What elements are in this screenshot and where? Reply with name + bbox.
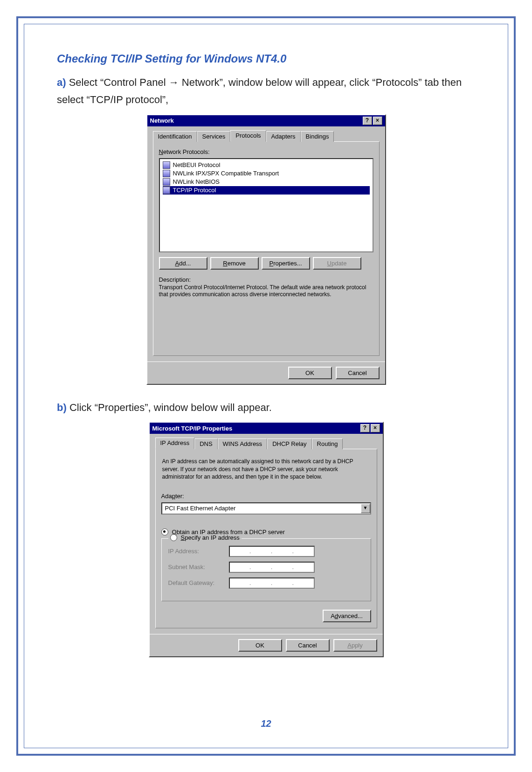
adapter-combo[interactable]: PCI Fast Ethernet Adapter ▼ [161, 502, 371, 515]
radio-dhcp[interactable] [161, 529, 168, 536]
subnet-mask-field: ... [229, 562, 315, 573]
protocol-icon [163, 187, 170, 194]
tab-dhcprelay[interactable]: DHCP Relay [267, 438, 311, 449]
protocols-listbox[interactable]: NetBEUI Protocol NWLink IPX/SPX Compatib… [159, 158, 373, 252]
tab-services[interactable]: Services [197, 131, 231, 142]
step-b-marker: b) [57, 402, 67, 413]
page-inner-border: Checking TCI/IP Setting for Windows NT4.… [24, 24, 508, 748]
close-icon[interactable]: × [373, 117, 382, 125]
protocols-panel: NNetwork Protocols:etwork Protocols: Net… [153, 141, 380, 356]
default-gateway-field: ... [229, 577, 315, 589]
help-icon[interactable]: ? [363, 117, 372, 125]
tab-routing[interactable]: Routing [312, 438, 343, 449]
protocol-icon [163, 161, 170, 169]
protocol-icon [163, 178, 170, 186]
cancel-button[interactable]: Cancel [286, 639, 330, 652]
ip-address-field: ... [229, 546, 315, 557]
tab-bindings[interactable]: Bindings [301, 131, 334, 142]
intro-text: An IP address can be automatically assig… [162, 458, 370, 480]
update-button: Update [313, 257, 361, 270]
step-b-text: b) Click “Properties”, window below will… [57, 399, 475, 416]
ok-button[interactable]: OK [238, 639, 282, 652]
remove-button[interactable]: Remove [210, 257, 259, 270]
tcpip-tabs: IP Address DNS WINS Address DHCP Relay R… [155, 438, 377, 449]
network-titlebar: Network ? × [147, 115, 385, 126]
description-label: Description: [159, 276, 373, 283]
ipaddress-panel: An IP address can be automatically assig… [155, 449, 377, 628]
page-outer-border: Checking TCI/IP Setting for Windows NT4.… [16, 16, 516, 756]
advanced-button[interactable]: Advanced... [323, 610, 371, 622]
tab-protocols[interactable]: Protocols [230, 130, 266, 142]
step-b-body: Click “Properties”, window below will ap… [69, 402, 272, 413]
subnet-mask-label: Subnet Mask: [168, 563, 229, 570]
apply-button: Apply [333, 639, 377, 652]
protocols-list-label: NNetwork Protocols:etwork Protocols: [159, 148, 373, 155]
network-title: Network [150, 117, 174, 124]
tcpip-titlebar: Microsoft TCP/IP Properties ? × [150, 423, 383, 434]
cancel-button[interactable]: Cancel [336, 367, 380, 379]
tcpip-footer: OK Cancel Apply [150, 634, 383, 656]
static-ip-group: Specify an IP address IP Address: ... Su… [161, 538, 371, 601]
step-a-before: Select “Control Panel [69, 77, 169, 88]
tab-ipaddress[interactable]: IP Address [155, 438, 195, 449]
ip-address-row: IP Address: ... [168, 546, 364, 557]
adapter-label: Adapter: [161, 493, 371, 500]
default-gateway-label: Default Gateway: [168, 579, 229, 586]
network-dialog: Network ? × Identification Services Prot… [146, 114, 386, 385]
tcpip-title: Microsoft TCP/IP Properties [152, 425, 233, 432]
protocol-item-selected: TCP/IP Protocol [163, 186, 370, 195]
section-heading: Checking TCI/IP Setting for Windows NT4.… [57, 52, 475, 65]
chevron-down-icon[interactable]: ▼ [361, 504, 370, 513]
tab-dns[interactable]: DNS [194, 438, 217, 449]
tcpip-dialog: Microsoft TCP/IP Properties ? × IP Addre… [149, 422, 384, 657]
network-tabs: Identification Services Protocols Adapte… [153, 131, 380, 142]
radio-static[interactable] [170, 534, 177, 541]
protocol-item: NetBEUI Protocol [163, 161, 370, 169]
protocol-item: NWLink IPX/SPX Compatible Transport [163, 169, 370, 178]
description-text: Transport Control Protocol/Internet Prot… [159, 284, 373, 299]
adapter-value: PCI Fast Ethernet Adapter [162, 505, 361, 512]
arrow-icon: → [169, 77, 179, 88]
protocol-item: NWLink NetBIOS [163, 178, 370, 186]
properties-button[interactable]: Properties... [262, 257, 310, 270]
ok-button[interactable]: OK [288, 367, 332, 379]
step-a-text: a) Select “Control Panel → Network”, win… [57, 74, 475, 109]
tab-adapters[interactable]: Adapters [266, 131, 301, 142]
close-icon[interactable]: × [371, 424, 380, 432]
subnet-mask-row: Subnet Mask: ... [168, 562, 364, 573]
tab-identification[interactable]: Identification [153, 131, 197, 142]
step-a-marker: a) [57, 77, 66, 88]
help-icon[interactable]: ? [360, 424, 370, 432]
page-number: 12 [24, 718, 508, 729]
default-gateway-row: Default Gateway: ... [168, 577, 364, 589]
tab-wins[interactable]: WINS Address [218, 438, 268, 449]
protocol-icon [163, 170, 170, 177]
network-footer: OK Cancel [147, 362, 385, 384]
add-button[interactable]: Add... [159, 257, 207, 270]
ip-address-label: IP Address: [168, 548, 229, 555]
